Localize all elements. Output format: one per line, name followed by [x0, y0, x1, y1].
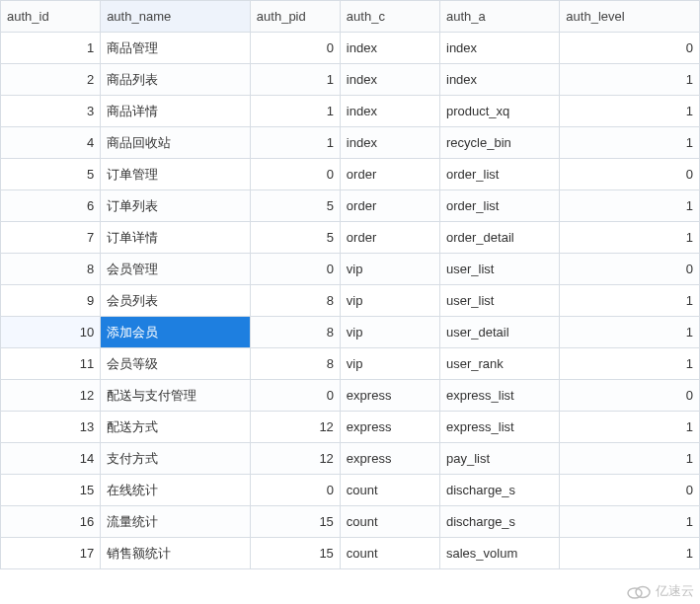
table-row[interactable]: 3商品详情1indexproduct_xq1: [1, 96, 700, 127]
cell-auth-c[interactable]: index: [340, 127, 439, 159]
cell-auth-a[interactable]: user_detail: [440, 317, 560, 348]
cell-auth-pid[interactable]: 1: [250, 64, 340, 96]
cell-auth-name[interactable]: 订单详情: [101, 222, 251, 254]
cell-auth-name[interactable]: 配送方式: [101, 412, 251, 443]
cell-auth-pid[interactable]: 12: [250, 443, 340, 475]
cell-auth-pid[interactable]: 0: [250, 475, 340, 506]
cell-auth-pid[interactable]: 0: [250, 33, 340, 64]
col-header-auth-id[interactable]: auth_id: [1, 1, 101, 33]
cell-auth-id[interactable]: 5: [1, 159, 101, 190]
cell-auth-pid[interactable]: 1: [250, 127, 340, 159]
cell-auth-c[interactable]: index: [340, 64, 439, 96]
table-row[interactable]: 14支付方式12expresspay_list1: [1, 443, 700, 475]
cell-auth-level[interactable]: 1: [560, 506, 700, 538]
cell-auth-c[interactable]: order: [340, 190, 439, 222]
table-row[interactable]: 1商品管理0indexindex0: [1, 33, 700, 64]
cell-auth-level[interactable]: 1: [560, 412, 700, 443]
cell-auth-c[interactable]: count: [340, 506, 439, 538]
cell-auth-c[interactable]: index: [340, 33, 439, 64]
table-row[interactable]: 7订单详情5orderorder_detail1: [1, 222, 700, 254]
cell-auth-id[interactable]: 3: [1, 96, 101, 127]
cell-auth-a[interactable]: pay_list: [440, 443, 560, 475]
cell-auth-id[interactable]: 11: [1, 348, 101, 380]
table-row[interactable]: 15在线统计0countdischarge_s0: [1, 475, 700, 506]
cell-auth-name[interactable]: 支付方式: [101, 443, 251, 475]
cell-auth-pid[interactable]: 8: [250, 348, 340, 380]
cell-auth-name[interactable]: 商品详情: [101, 96, 251, 127]
cell-auth-pid[interactable]: 0: [250, 159, 340, 190]
table-row[interactable]: 10▶添加会员8vipuser_detail1: [1, 317, 700, 348]
cell-auth-a[interactable]: sales_volum: [440, 538, 560, 569]
auth-table[interactable]: auth_id auth_name auth_pid auth_c auth_a…: [0, 0, 700, 569]
cell-auth-pid[interactable]: 15: [250, 506, 340, 538]
cell-auth-id[interactable]: 17: [1, 538, 101, 569]
cell-auth-c[interactable]: vip: [340, 348, 439, 380]
cell-auth-pid[interactable]: 8: [250, 317, 340, 348]
cell-auth-name[interactable]: 商品管理: [101, 33, 251, 64]
col-header-auth-pid[interactable]: auth_pid: [250, 1, 340, 33]
cell-auth-a[interactable]: user_list: [440, 254, 560, 285]
cell-auth-pid[interactable]: 5: [250, 222, 340, 254]
table-row[interactable]: 12配送与支付管理0expressexpress_list0: [1, 380, 700, 412]
cell-auth-id[interactable]: 9: [1, 285, 101, 317]
cell-auth-id[interactable]: 7: [1, 222, 101, 254]
cell-auth-level[interactable]: 1: [560, 443, 700, 475]
cell-auth-pid[interactable]: 8: [250, 285, 340, 317]
cell-auth-c[interactable]: vip: [340, 285, 439, 317]
cell-auth-id[interactable]: 10▶: [1, 317, 101, 348]
cell-auth-level[interactable]: 0: [560, 475, 700, 506]
cell-auth-level[interactable]: 0: [560, 380, 700, 412]
cell-auth-level[interactable]: 1: [560, 64, 700, 96]
cell-auth-c[interactable]: index: [340, 96, 439, 127]
cell-auth-level[interactable]: 1: [560, 127, 700, 159]
cell-auth-a[interactable]: recycle_bin: [440, 127, 560, 159]
col-header-auth-a[interactable]: auth_a: [440, 1, 560, 33]
table-row[interactable]: 2商品列表1indexindex1: [1, 64, 700, 96]
cell-auth-a[interactable]: express_list: [440, 380, 560, 412]
cell-auth-id[interactable]: 4: [1, 127, 101, 159]
cell-auth-name[interactable]: 配送与支付管理: [101, 380, 251, 412]
cell-auth-name[interactable]: 会员等级: [101, 348, 251, 380]
cell-auth-pid[interactable]: 0: [250, 380, 340, 412]
cell-auth-a[interactable]: discharge_s: [440, 506, 560, 538]
cell-auth-level[interactable]: 0: [560, 33, 700, 64]
cell-auth-name[interactable]: 商品列表: [101, 64, 251, 96]
cell-auth-level[interactable]: 1: [560, 96, 700, 127]
cell-auth-name[interactable]: 在线统计: [101, 475, 251, 506]
table-row[interactable]: 17销售额统计15countsales_volum1: [1, 538, 700, 569]
cell-auth-id[interactable]: 14: [1, 443, 101, 475]
cell-auth-name[interactable]: 会员管理: [101, 254, 251, 285]
cell-auth-pid[interactable]: 15: [250, 538, 340, 569]
cell-auth-name[interactable]: 添加会员: [101, 317, 251, 348]
cell-auth-level[interactable]: 1: [560, 538, 700, 569]
table-row[interactable]: 9会员列表8vipuser_list1: [1, 285, 700, 317]
cell-auth-id[interactable]: 8: [1, 254, 101, 285]
cell-auth-c[interactable]: order: [340, 222, 439, 254]
table-row[interactable]: 8会员管理0vipuser_list0: [1, 254, 700, 285]
cell-auth-name[interactable]: 流量统计: [101, 506, 251, 538]
cell-auth-c[interactable]: vip: [340, 317, 439, 348]
cell-auth-pid[interactable]: 12: [250, 412, 340, 443]
cell-auth-level[interactable]: 1: [560, 348, 700, 380]
cell-auth-a[interactable]: product_xq: [440, 96, 560, 127]
cell-auth-name[interactable]: 会员列表: [101, 285, 251, 317]
table-row[interactable]: 4商品回收站1indexrecycle_bin1: [1, 127, 700, 159]
cell-auth-id[interactable]: 2: [1, 64, 101, 96]
table-row[interactable]: 13配送方式12expressexpress_list1: [1, 412, 700, 443]
cell-auth-a[interactable]: express_list: [440, 412, 560, 443]
table-row[interactable]: 16流量统计15countdischarge_s1: [1, 506, 700, 538]
cell-auth-a[interactable]: discharge_s: [440, 475, 560, 506]
col-header-auth-name[interactable]: auth_name: [101, 1, 251, 33]
cell-auth-level[interactable]: 1: [560, 317, 700, 348]
table-row[interactable]: 11会员等级8vipuser_rank1: [1, 348, 700, 380]
cell-auth-a[interactable]: order_list: [440, 190, 560, 222]
cell-auth-level[interactable]: 0: [560, 159, 700, 190]
table-row[interactable]: 5订单管理0orderorder_list0: [1, 159, 700, 190]
cell-auth-c[interactable]: express: [340, 443, 439, 475]
col-header-auth-level[interactable]: auth_level: [560, 1, 700, 33]
cell-auth-id[interactable]: 12: [1, 380, 101, 412]
cell-auth-level[interactable]: 0: [560, 254, 700, 285]
cell-auth-c[interactable]: order: [340, 159, 439, 190]
cell-auth-a[interactable]: user_rank: [440, 348, 560, 380]
cell-auth-a[interactable]: index: [440, 33, 560, 64]
